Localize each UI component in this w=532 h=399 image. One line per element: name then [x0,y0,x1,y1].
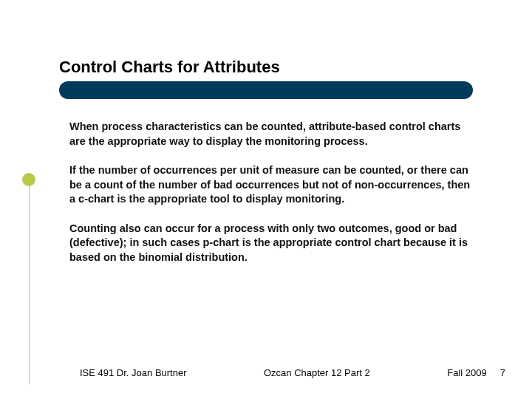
accent-line [29,186,30,384]
content-area: When process characteristics can be coun… [59,120,488,265]
paragraph-2: If the number of occurrences per unit of… [69,163,473,207]
accent-dot [22,173,35,186]
slide-title: Control Charts for Attributes [59,58,488,81]
paragraph-1: When process characteristics can be coun… [69,120,473,149]
footer-page-number: 7 [500,367,505,378]
paragraph-3: Counting also can occur for a process wi… [69,222,473,265]
title-underline-bar [59,81,473,99]
footer-left: ISE 491 Dr. Joan Burtner [80,367,187,378]
title-block: Control Charts for Attributes [59,58,488,99]
footer: ISE 491 Dr. Joan Burtner Ozcan Chapter 1… [0,367,532,378]
footer-right: Fall 2009 [447,367,486,378]
footer-center: Ozcan Chapter 12 Part 2 [187,367,448,378]
slide: Control Charts for Attributes When proce… [0,0,532,399]
